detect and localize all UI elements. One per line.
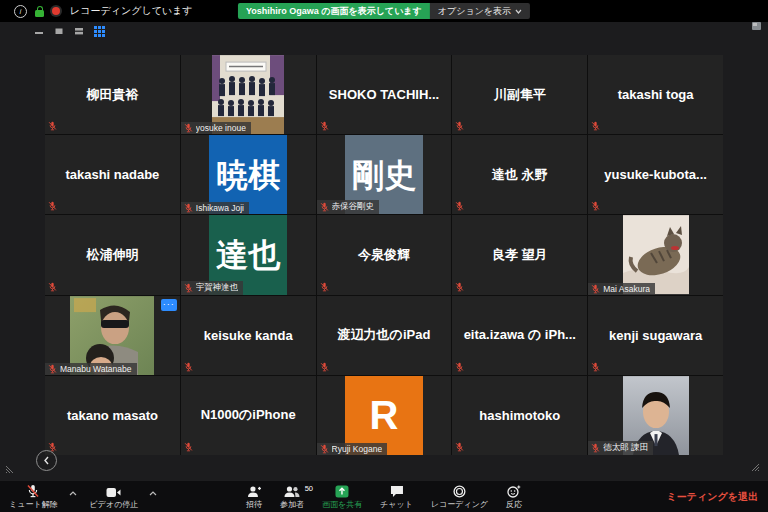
previous-page-button[interactable] bbox=[36, 450, 57, 471]
muted-mic-icon bbox=[455, 362, 464, 372]
participant-tile[interactable]: Mai Asakura bbox=[588, 215, 723, 294]
shared-content-text: 暁棋 bbox=[216, 159, 280, 191]
participant-tile[interactable]: 渡辺力也のiPad bbox=[317, 296, 452, 375]
participant-name-tag-text: 宇賀神達也 bbox=[196, 282, 239, 294]
participant-tile[interactable]: takashi toga bbox=[588, 55, 723, 134]
muted-mic-icon bbox=[320, 202, 329, 212]
participant-tile[interactable]: ···Manabu Watanabe bbox=[45, 296, 180, 375]
chevron-left-icon bbox=[43, 456, 50, 465]
participant-muted-status bbox=[320, 121, 329, 131]
participant-tile[interactable]: 柳田貴裕 bbox=[45, 55, 180, 134]
participant-tile[interactable]: 川副隼平 bbox=[452, 55, 587, 134]
muted-mic-icon bbox=[591, 121, 600, 131]
participant-tile[interactable]: 達也 永野 bbox=[452, 135, 587, 214]
stop-video-button-options-chevron[interactable] bbox=[145, 477, 161, 509]
recording-button[interactable]: レコーディング bbox=[424, 481, 495, 512]
muted-mic-icon bbox=[455, 442, 464, 452]
muted-mic-icon bbox=[455, 282, 464, 292]
invite-icon bbox=[247, 484, 261, 498]
recording-button-label: レコーディング bbox=[431, 499, 488, 510]
record-icon bbox=[453, 484, 466, 498]
more-options-button[interactable]: ··· bbox=[161, 299, 177, 311]
participant-muted-status bbox=[48, 121, 57, 131]
stop-video-button-label: ビデオの停止 bbox=[90, 499, 139, 510]
participant-name: eita.izawa の iPh... bbox=[452, 296, 587, 375]
participant-name-tag: yosuke inoue bbox=[181, 122, 251, 134]
participant-tile[interactable]: 良孝 望月 bbox=[452, 215, 587, 294]
view-controls bbox=[34, 26, 105, 36]
participant-name-tag: Ryuji Kogane bbox=[317, 443, 388, 455]
reactions-button[interactable]: 反応 bbox=[499, 481, 529, 512]
shared-content-text: 剛史 bbox=[352, 159, 416, 191]
share-options-button[interactable]: オプションを表示 bbox=[430, 3, 530, 19]
participant-name-tag-text: yosuke inoue bbox=[196, 123, 246, 133]
meeting-info-icon[interactable]: i bbox=[14, 5, 27, 18]
unmute-button[interactable]: ミュート解除 bbox=[2, 481, 65, 512]
stop-video-button[interactable]: ビデオの停止 bbox=[83, 481, 146, 512]
participant-tile[interactable]: yusuke-kubota... bbox=[588, 135, 723, 214]
participant-name: 良孝 望月 bbox=[452, 215, 587, 294]
participant-tile[interactable]: N1000のiPhone bbox=[181, 376, 316, 455]
participant-muted-status bbox=[48, 282, 57, 292]
participant-tile[interactable]: SHOKO TACHIH... bbox=[317, 55, 452, 134]
participant-muted-status bbox=[455, 201, 464, 211]
participant-name: N1000のiPhone bbox=[181, 376, 316, 455]
resize-handle-bottom-left[interactable] bbox=[6, 462, 17, 473]
share-screen-button-label: 画面を共有 bbox=[322, 499, 362, 510]
unmute-button-options-chevron[interactable] bbox=[65, 477, 81, 509]
participants-button-label: 参加者 bbox=[280, 499, 304, 510]
minimize-icon[interactable] bbox=[34, 26, 44, 36]
recording-indicator-icon bbox=[52, 7, 60, 15]
chevron-down-icon bbox=[515, 9, 522, 14]
muted-mic-icon bbox=[184, 283, 193, 293]
muted-mic-icon bbox=[48, 282, 57, 292]
participant-tile[interactable]: RRyuji Kogane bbox=[317, 376, 452, 455]
participants-icon bbox=[284, 484, 300, 498]
participant-tile[interactable]: 松浦伸明 bbox=[45, 215, 180, 294]
participant-name: 達也 永野 bbox=[452, 135, 587, 214]
share-screen-button[interactable]: 画面を共有 bbox=[315, 481, 369, 512]
share-options-label: オプションを表示 bbox=[438, 5, 511, 18]
participant-tile[interactable]: yosuke inoue bbox=[181, 55, 316, 134]
resize-handle-bottom-right[interactable] bbox=[748, 460, 759, 471]
participant-name-tag: 宇賀神達也 bbox=[181, 281, 244, 295]
participant-name: takashi nadabe bbox=[45, 135, 180, 214]
mic-muted-icon bbox=[26, 484, 40, 498]
participants-button[interactable]: 参加者50 bbox=[273, 481, 311, 512]
gallery-view-icon[interactable] bbox=[94, 26, 105, 37]
participant-muted-status bbox=[184, 442, 193, 452]
participant-tile[interactable]: kenji sugawara bbox=[588, 296, 723, 375]
muted-mic-icon bbox=[591, 201, 600, 211]
participant-tile[interactable]: keisuke kanda bbox=[181, 296, 316, 375]
participant-tile[interactable]: takashi nadabe bbox=[45, 135, 180, 214]
participant-tile[interactable]: hashimotoko bbox=[452, 376, 587, 455]
meeting-area: 柳田貴裕yosuke inoueSHOKO TACHIH...川副隼平takas… bbox=[0, 22, 768, 480]
participant-tile[interactable]: takano masato bbox=[45, 376, 180, 455]
participant-muted-status bbox=[455, 362, 464, 372]
participant-muted-status bbox=[320, 362, 329, 372]
participant-name: 松浦伸明 bbox=[45, 215, 180, 294]
participant-tile[interactable]: 達也宇賀神達也 bbox=[181, 215, 316, 294]
participant-tile[interactable]: 暁棋Ishikawa Joji bbox=[181, 135, 316, 214]
reactions-button-label: 反応 bbox=[506, 499, 522, 510]
thumbnail-view-icon[interactable] bbox=[74, 26, 84, 36]
share-icon bbox=[335, 484, 349, 498]
participant-name: 川副隼平 bbox=[452, 55, 587, 134]
participant-name-tag-text: Ishikawa Joji bbox=[196, 203, 244, 213]
participant-tile[interactable]: 今泉俊輝 bbox=[317, 215, 452, 294]
leave-meeting-button[interactable]: ミーティングを退出 bbox=[667, 481, 758, 512]
window-control-icon[interactable] bbox=[752, 22, 761, 30]
muted-mic-icon bbox=[455, 201, 464, 211]
participant-tile[interactable]: 徳太郎 諌田 bbox=[588, 376, 723, 455]
speaker-view-icon[interactable] bbox=[54, 26, 64, 36]
participant-tile[interactable]: eita.izawa の iPh... bbox=[452, 296, 587, 375]
participant-muted-status bbox=[455, 282, 464, 292]
participant-name-tag-text: 徳太郎 諌田 bbox=[603, 442, 648, 454]
reactions-icon bbox=[507, 484, 521, 498]
chat-button[interactable]: チャット bbox=[373, 481, 420, 512]
muted-mic-icon bbox=[591, 284, 600, 294]
participant-name-tag: Ishikawa Joji bbox=[181, 202, 249, 214]
participant-tile[interactable]: 剛史赤保谷剛史 bbox=[317, 135, 452, 214]
participant-name: takano masato bbox=[45, 376, 180, 455]
invite-button[interactable]: 招待 bbox=[239, 481, 269, 512]
